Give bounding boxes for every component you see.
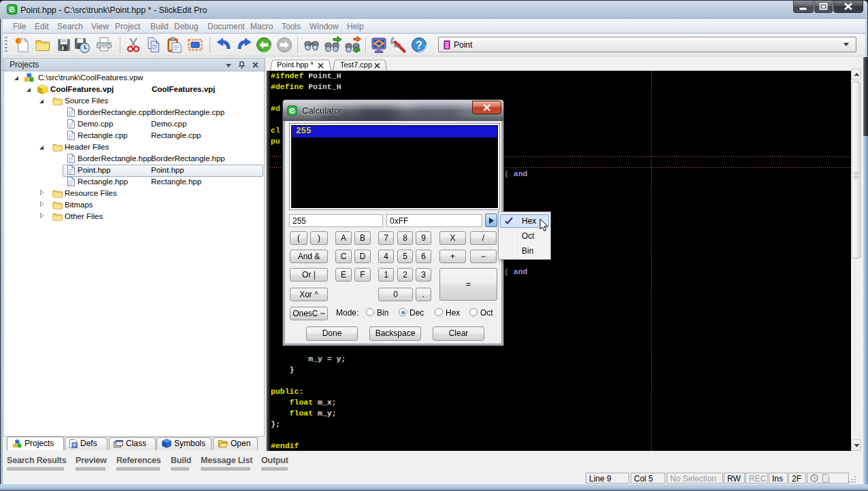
svg-text:?: ? — [416, 39, 422, 51]
